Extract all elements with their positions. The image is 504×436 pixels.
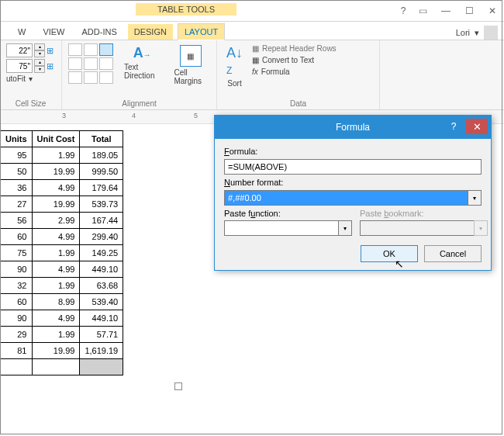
table-cell[interactable]: 149.25: [80, 245, 123, 261]
table-cell[interactable]: 50: [1, 164, 33, 180]
table-cell[interactable]: 19.99: [32, 164, 80, 180]
formula-input[interactable]: [224, 159, 482, 175]
table-resize-handle[interactable]: [174, 382, 182, 390]
width-down[interactable]: ▾: [34, 66, 45, 73]
table-row[interactable]: 364.99179.64: [1, 180, 123, 196]
table-cell[interactable]: 29: [1, 327, 33, 343]
ribbon-options-icon[interactable]: ▭: [411, 2, 434, 19]
sort-button[interactable]: A↓Z Sort: [223, 43, 246, 89]
paste-function-input[interactable]: [224, 220, 338, 236]
table-cell[interactable]: 57.71: [80, 327, 123, 343]
cell-margins-button[interactable]: ▦ Cell Margins: [171, 43, 210, 87]
table-cell[interactable]: 32: [1, 278, 33, 294]
tab-partial[interactable]: W: [12, 24, 32, 40]
table-cell[interactable]: 8.99: [32, 294, 80, 310]
tab-addins[interactable]: ADD-INS: [76, 24, 123, 40]
table-cell[interactable]: 1,619.19: [80, 343, 123, 359]
user-name: Lori: [456, 28, 470, 37]
ok-button[interactable]: OK: [361, 245, 418, 262]
table-cell[interactable]: 539.73: [80, 196, 123, 213]
table-cell[interactable]: 189.05: [80, 147, 123, 164]
autofit-label: utoFit: [6, 74, 26, 83]
numfmt-label: Number format:: [224, 178, 482, 187]
table-cell[interactable]: 1.99: [32, 147, 80, 164]
table-cell[interactable]: 56: [1, 213, 33, 229]
paste-function-dropdown[interactable]: ▾: [338, 220, 352, 236]
minimize-icon[interactable]: —: [434, 2, 457, 19]
table-cell[interactable]: 1.99: [32, 327, 80, 343]
table-cell[interactable]: 1.99: [32, 278, 80, 294]
table-cell[interactable]: 999.50: [80, 164, 123, 180]
height-up[interactable]: ▴: [34, 43, 45, 50]
cancel-button[interactable]: Cancel: [424, 245, 482, 262]
table-cell[interactable]: 60: [1, 294, 33, 310]
text-direction-button[interactable]: A→ Text Direction: [121, 43, 163, 81]
col-width-input[interactable]: [6, 59, 33, 73]
convert-text-button[interactable]: ▦Convert to Text: [252, 55, 337, 65]
table-row[interactable]: 562.99167.44: [1, 213, 123, 229]
number-format-dropdown[interactable]: ▾: [468, 190, 482, 206]
formula-cell[interactable]: [80, 359, 123, 375]
table-cell[interactable]: 27: [1, 196, 33, 213]
table-cell[interactable]: 4.99: [32, 180, 80, 196]
table-cell[interactable]: 4.99: [32, 310, 80, 327]
help-icon[interactable]: ?: [395, 2, 411, 19]
distribute-rows-icon[interactable]: ⊞: [47, 46, 54, 56]
maximize-icon[interactable]: ☐: [457, 2, 481, 19]
table-cell[interactable]: 36: [1, 180, 33, 196]
table-cell[interactable]: 75: [1, 245, 33, 261]
table-cell[interactable]: 19.99: [32, 343, 80, 359]
col-units[interactable]: Units: [1, 131, 33, 147]
table-cell[interactable]: 167.44: [80, 213, 123, 229]
table-cell[interactable]: 179.64: [80, 180, 123, 196]
table-row[interactable]: 904.99449.10: [1, 310, 123, 327]
table-cell[interactable]: 60: [1, 229, 33, 245]
autofit-button[interactable]: utoFit ▾: [6, 74, 55, 83]
tab-design[interactable]: DESIGN: [128, 24, 173, 40]
table-cell[interactable]: 449.10: [80, 261, 123, 278]
height-down[interactable]: ▾: [34, 50, 45, 57]
table-cell[interactable]: 299.40: [80, 229, 123, 245]
table-row[interactable]: 8119.991,619.19: [1, 343, 123, 359]
user-menu[interactable]: Lori ▾: [456, 26, 498, 40]
col-unitcost[interactable]: Unit Cost: [32, 131, 80, 147]
table-row[interactable]: 608.99539.40: [1, 294, 123, 310]
row-height-input[interactable]: [6, 43, 33, 57]
table-cell[interactable]: 63.68: [80, 278, 123, 294]
paste-bookmark-dropdown: ▾: [474, 220, 488, 236]
tab-view[interactable]: View: [36, 24, 71, 40]
empty-cell[interactable]: [1, 359, 33, 375]
table-row[interactable]: 5019.99999.50: [1, 164, 123, 180]
table-row[interactable]: 321.9963.68: [1, 278, 123, 294]
dialog-titlebar[interactable]: Formula ? ✕: [215, 116, 491, 139]
table-row[interactable]: 604.99299.40: [1, 229, 123, 245]
table-cell[interactable]: 90: [1, 310, 33, 327]
tab-layout[interactable]: LAYOUT: [178, 23, 225, 40]
table-row[interactable]: 951.99189.05: [1, 147, 123, 164]
number-format-input[interactable]: [224, 190, 468, 206]
data-table[interactable]: Units Unit Cost Total 951.99189.055019.9…: [0, 130, 123, 375]
alignment-picker[interactable]: [68, 43, 113, 84]
table-cell[interactable]: 81: [1, 343, 33, 359]
table-cell[interactable]: 4.99: [32, 229, 80, 245]
empty-cell[interactable]: [32, 359, 80, 375]
table-row[interactable]: 904.99449.10: [1, 261, 123, 278]
width-up[interactable]: ▴: [34, 59, 45, 66]
table-cell[interactable]: 449.10: [80, 310, 123, 327]
distribute-cols-icon[interactable]: ⊞: [47, 61, 54, 71]
dialog-help-icon[interactable]: ?: [443, 119, 464, 134]
table-row[interactable]: 751.99149.25: [1, 245, 123, 261]
table-row[interactable]: 2719.99539.73: [1, 196, 123, 213]
table-cell[interactable]: 2.99: [32, 213, 80, 229]
close-icon[interactable]: ✕: [481, 2, 504, 19]
table-cell[interactable]: 4.99: [32, 261, 80, 278]
table-cell[interactable]: 539.40: [80, 294, 123, 310]
table-cell[interactable]: 1.99: [32, 245, 80, 261]
col-total[interactable]: Total: [80, 131, 123, 147]
dialog-close-icon[interactable]: ✕: [466, 119, 488, 134]
table-cell[interactable]: 19.99: [32, 196, 80, 213]
table-cell[interactable]: 95: [1, 147, 33, 164]
table-row[interactable]: 291.9957.71: [1, 327, 123, 343]
formula-button[interactable]: fxFormula: [252, 67, 337, 77]
table-cell[interactable]: 90: [1, 261, 33, 278]
